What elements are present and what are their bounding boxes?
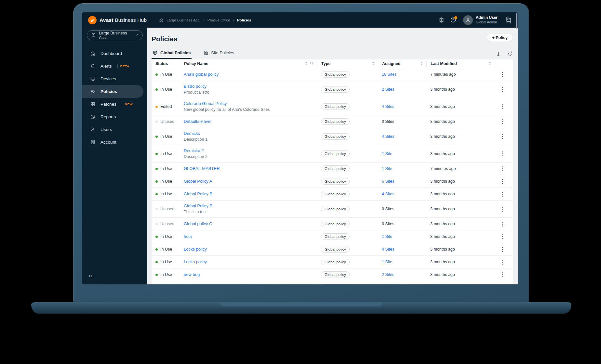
table-row[interactable]: In Use Demicko 2 Description 2 Global po…: [152, 145, 513, 162]
row-menu-button[interactable]: [499, 284, 506, 284]
scrollbar-thumb[interactable]: [516, 13, 517, 29]
row-menu-button[interactable]: [499, 150, 506, 157]
table-row[interactable]: In Use Bistro policy Product Bistro Glob…: [152, 81, 513, 98]
settings-gear-icon[interactable]: [438, 17, 445, 23]
assigned-sites[interactable]: 4 Sites: [382, 247, 394, 252]
breadcrumb-account[interactable]: Large Business Acc.: [167, 18, 200, 22]
last-modified: 3 months ago: [426, 87, 495, 92]
table-row[interactable]: In Use Global Policy B Global policy 4 S…: [152, 188, 513, 201]
assigned-sites[interactable]: 4 Sites: [382, 104, 394, 109]
row-menu-button[interactable]: [499, 103, 506, 110]
policy-name-link[interactable]: Global policy C: [184, 221, 317, 227]
policy-name-link[interactable]: GLOBAL-MASTER: [184, 166, 317, 171]
col-status[interactable]: Status: [152, 61, 180, 67]
assigned-sites[interactable]: 1 Site: [382, 234, 392, 239]
sidebar-item-account[interactable]: Account: [82, 136, 147, 149]
table-row[interactable]: In Use Global Policy A Global policy 6 S…: [152, 175, 513, 188]
add-policy-button[interactable]: + Policy: [487, 34, 513, 42]
collapse-sidebar-button[interactable]: «: [89, 272, 92, 279]
policy-name-link[interactable]: Demicko 2: [184, 148, 317, 153]
company-switcher-icon[interactable]: [505, 16, 512, 24]
row-menu-button[interactable]: [499, 118, 506, 125]
row-menu-button[interactable]: [499, 86, 506, 93]
search-icon[interactable]: [310, 61, 314, 66]
sidebar-item-users[interactable]: Users: [82, 123, 147, 136]
table-row[interactable]: In Use New global defaults Global policy…: [152, 281, 513, 284]
user-menu[interactable]: Admin User Global Admin: [463, 15, 498, 25]
assigned-sites[interactable]: 1 Site: [382, 260, 392, 264]
table-row[interactable]: In Use hola Global policy 1 Site 3 month…: [152, 230, 513, 243]
account-selector[interactable]: Large Business Acc.: [87, 30, 143, 40]
help-icon[interactable]: [450, 17, 456, 23]
policy-name-link[interactable]: Locks policy: [184, 259, 317, 265]
policy-name-link[interactable]: Global Policy B: [184, 203, 317, 209]
column-settings-icon[interactable]: [496, 51, 501, 56]
sidebar-item-dashboard[interactable]: Dashboard: [82, 47, 147, 60]
col-type[interactable]: Type: [317, 61, 378, 67]
sort-icon[interactable]: [488, 61, 491, 66]
table-row[interactable]: In Use Demicko Description 1 Global poli…: [152, 128, 513, 145]
policy-name-link[interactable]: Global Policy B: [184, 191, 317, 197]
row-menu-button[interactable]: [499, 233, 506, 240]
sidebar-item-patches[interactable]: Patches NEW: [82, 98, 147, 110]
table-row[interactable]: Unused Defaults-Pavel Global policy 0 Si…: [152, 115, 513, 128]
policy-name-link[interactable]: Colorado Global Policy: [184, 101, 317, 106]
table-row[interactable]: Edited Colorado Global Policy New global…: [152, 98, 513, 115]
row-menu-button[interactable]: [499, 205, 506, 213]
col-actions: [495, 61, 513, 67]
assigned-sites[interactable]: 2 Sites: [382, 87, 394, 92]
sort-icon[interactable]: [372, 61, 375, 66]
policy-name-cell: Global Policy B: [180, 191, 317, 197]
home-icon[interactable]: [159, 18, 164, 22]
assigned-sites[interactable]: 6 Sites: [382, 179, 394, 184]
tab-site-policies[interactable]: Site Policies: [203, 50, 235, 59]
row-menu-button[interactable]: [499, 71, 506, 78]
table-row[interactable]: In Use Ana's global policy Global policy…: [152, 68, 513, 81]
assigned-sites[interactable]: 4 Sites: [382, 134, 394, 139]
type-cell: Global policy: [317, 103, 378, 110]
breadcrumb-site[interactable]: Prague Office: [207, 18, 230, 22]
row-menu-button[interactable]: [499, 178, 506, 185]
policy-name-link[interactable]: Locks policy: [184, 247, 317, 252]
tab-global-policies[interactable]: Global Policies: [152, 49, 192, 59]
sidebar-item-devices[interactable]: Devices: [82, 72, 147, 85]
policy-name-link[interactable]: new bug: [184, 272, 317, 277]
row-menu-button[interactable]: [499, 165, 506, 172]
row-menu-button[interactable]: [499, 246, 506, 253]
row-menu-button[interactable]: [499, 271, 506, 278]
sidebar-item-alerts[interactable]: Alerts BETA: [82, 60, 147, 72]
assigned-sites[interactable]: 2 Sites: [382, 272, 394, 277]
col-policy-name[interactable]: Policy Name: [180, 61, 317, 67]
refresh-icon[interactable]: [508, 51, 513, 56]
row-menu-button[interactable]: [499, 190, 506, 198]
table-row[interactable]: In Use Locks policy Global policy 1 Site…: [152, 256, 513, 268]
row-menu-button[interactable]: [499, 258, 506, 266]
row-menu-button[interactable]: [499, 133, 506, 140]
policy-name-link[interactable]: Ana's global policy: [184, 72, 317, 77]
assigned-sites[interactable]: 18 Sites: [382, 72, 396, 77]
policy-name-link[interactable]: Demicko: [184, 131, 317, 136]
table-row[interactable]: Unused Global policy C Global policy 0 S…: [152, 218, 513, 230]
policy-name-link[interactable]: Global Policy A: [184, 179, 317, 184]
col-last-modified[interactable]: Last Modified: [426, 61, 495, 67]
row-menu-button[interactable]: [499, 220, 506, 228]
sort-icon[interactable]: [420, 61, 423, 66]
table-row[interactable]: In Use new bug Global policy 2 Sites 3 m…: [152, 268, 513, 281]
sort-icon[interactable]: [305, 61, 308, 66]
table-row[interactable]: Unused Global Policy B This is a test Gl…: [152, 201, 513, 218]
globe-icon: [153, 50, 158, 55]
sidebar-item-policies[interactable]: Policies: [82, 85, 143, 98]
assigned-sites[interactable]: 4 Sites: [382, 192, 394, 196]
table-row[interactable]: In Use GLOBAL-MASTER Global policy 1 Sit…: [152, 162, 513, 175]
policy-name-link[interactable]: Bistro policy: [184, 84, 317, 89]
last-modified: 3 months ago: [426, 207, 495, 211]
table-body: In Use Ana's global policy Global policy…: [152, 68, 513, 284]
assigned-sites[interactable]: 1 Site: [382, 151, 392, 156]
sidebar-item-reports[interactable]: Reports: [82, 110, 147, 123]
assigned-sites[interactable]: 1 Site: [382, 166, 392, 171]
table-row[interactable]: In Use Locks policy Global policy 4 Site…: [152, 243, 513, 256]
policy-name-link[interactable]: hola: [184, 234, 317, 239]
col-assigned[interactable]: Assigned: [378, 61, 426, 67]
actions-cell: [495, 103, 513, 110]
policy-name-link[interactable]: Defaults-Pavel: [184, 119, 317, 124]
